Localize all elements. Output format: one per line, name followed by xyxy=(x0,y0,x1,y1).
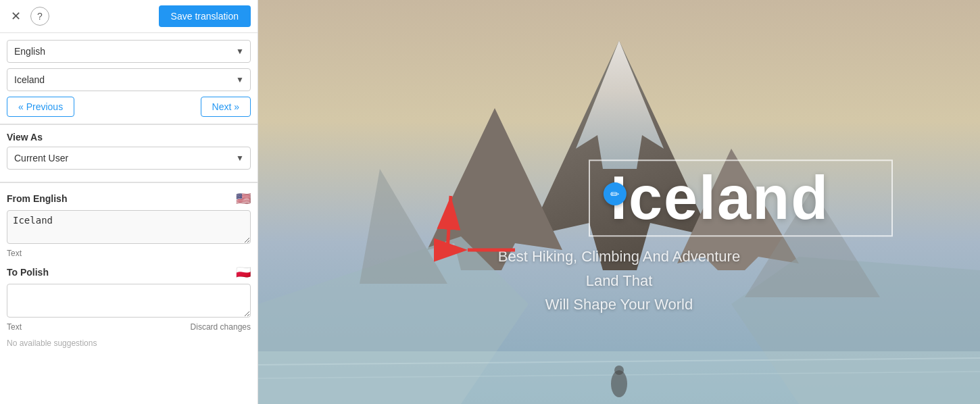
sidebar: ✕ ? Save translation English French Germ… xyxy=(0,0,258,404)
to-field-meta: Text Discard changes xyxy=(7,322,251,332)
no-suggestions-text: No available suggestions xyxy=(7,338,251,348)
svg-point-13 xyxy=(614,365,624,375)
help-icon: ? xyxy=(37,11,43,22)
country-select[interactable]: Iceland Switzerland Norway Canada xyxy=(7,68,251,91)
view-as-select[interactable]: Current User Admin Guest xyxy=(7,147,251,170)
iceland-text-box: Iceland xyxy=(589,159,893,236)
to-translation-textarea[interactable] xyxy=(7,284,251,318)
sub-text: Best Hiking, Climbing And Adventure Land… xyxy=(258,245,980,316)
to-section-header: To Polish 🇵🇱 xyxy=(7,265,251,280)
language-select[interactable]: English French German Spanish Polish xyxy=(7,40,251,63)
sub-line-2: Land That xyxy=(258,269,980,293)
toolbar: ✕ ? Save translation xyxy=(0,0,258,33)
view-as-label: View As xyxy=(7,132,251,143)
country-select-wrapper: Iceland Switzerland Norway Canada ▼ xyxy=(7,68,251,91)
nav-buttons: « Previous Next » xyxy=(7,97,251,117)
next-button[interactable]: Next » xyxy=(201,97,251,117)
from-flag: 🇺🇸 xyxy=(236,191,251,206)
from-field-type: Text xyxy=(7,249,22,258)
language-select-wrapper: English French German Spanish Polish ▼ xyxy=(7,40,251,63)
save-translation-button[interactable]: Save translation xyxy=(159,5,251,27)
to-field-type: Text xyxy=(7,322,22,332)
iceland-hero-text: Iceland xyxy=(610,164,829,232)
previous-button[interactable]: « Previous xyxy=(7,97,74,117)
sub-line-3: Will Shape Your World xyxy=(258,293,980,316)
main-content-area: ✏ Iceland Best Hiking, Climbing And Adve… xyxy=(258,0,980,404)
sub-line-1: Best Hiking, Climbing And Adventure xyxy=(258,245,980,268)
close-icon: ✕ xyxy=(11,9,21,24)
help-button[interactable]: ? xyxy=(30,7,49,26)
from-field-meta: Text xyxy=(7,249,251,258)
view-as-select-wrapper: Current User Admin Guest ▼ xyxy=(7,147,251,170)
discard-changes-link[interactable]: Discard changes xyxy=(191,322,251,332)
view-as-section: View As Current User Admin Guest ▼ xyxy=(0,125,258,183)
to-flag: 🇵🇱 xyxy=(236,265,251,280)
translation-section: From English 🇺🇸 Iceland Text To Polish 🇵… xyxy=(0,183,258,404)
close-button[interactable]: ✕ xyxy=(7,6,25,26)
to-section-title: To Polish xyxy=(7,267,49,278)
from-translation-textarea[interactable]: Iceland xyxy=(7,210,251,244)
edit-icon-button[interactable]: ✏ xyxy=(604,182,627,205)
from-section-header: From English 🇺🇸 xyxy=(7,191,251,206)
from-section-title: From English xyxy=(7,193,67,204)
controls-section: English French German Spanish Polish ▼ I… xyxy=(0,33,258,125)
